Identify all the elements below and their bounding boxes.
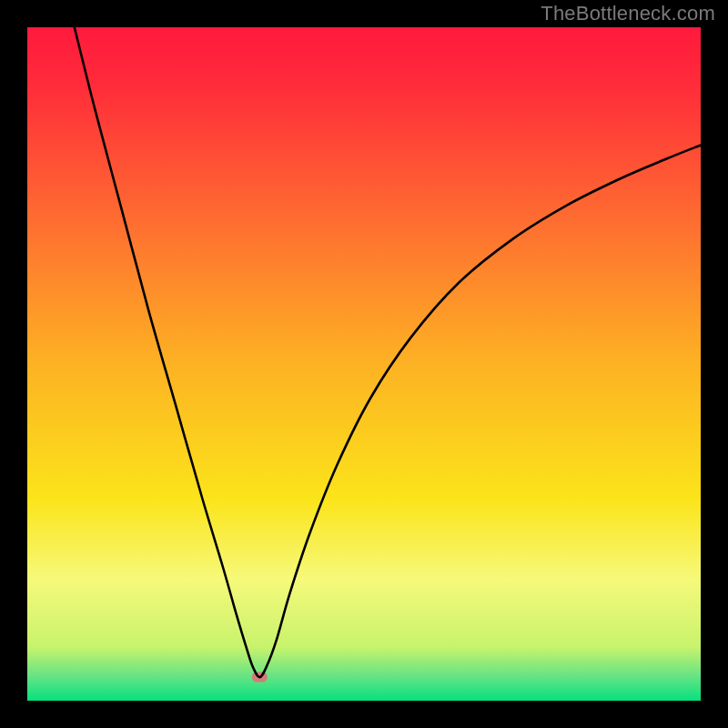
watermark-label: TheBottleneck.com xyxy=(541,2,715,25)
chart-frame: TheBottleneck.com xyxy=(0,0,728,728)
plot-area xyxy=(27,27,701,701)
chart-svg xyxy=(27,27,701,701)
gradient-background xyxy=(27,27,701,701)
